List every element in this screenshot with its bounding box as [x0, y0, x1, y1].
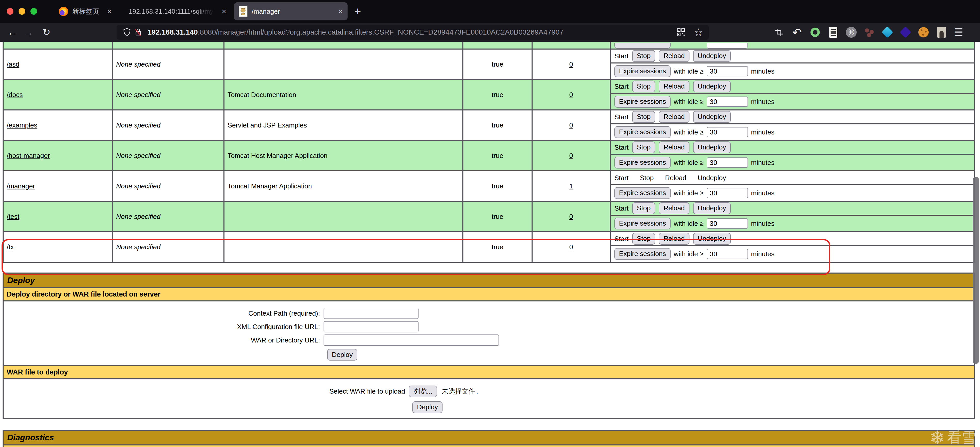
undeploy-button[interactable]: Undeploy [693, 50, 731, 62]
sessions-count-link[interactable]: 0 [569, 152, 573, 159]
app-path-link[interactable]: /examples [7, 121, 37, 129]
back-button[interactable]: ← [7, 27, 18, 38]
with-idle-label: with idle ≥ [674, 98, 703, 106]
stop-button[interactable]: Stop [632, 202, 655, 214]
app-path-link[interactable]: /tx [7, 243, 14, 251]
app-path-link[interactable]: /test [7, 213, 19, 220]
idle-minutes-input[interactable] [707, 157, 748, 168]
screenshot-icon[interactable] [773, 27, 785, 38]
close-tab-icon[interactable]: × [107, 7, 112, 16]
lock-slash-icon[interactable] [133, 27, 144, 38]
poster-card-icon[interactable] [827, 27, 839, 38]
sessions-count-link[interactable]: 0 [569, 60, 573, 68]
deploy-button[interactable]: Deploy [327, 349, 357, 361]
close-window-button[interactable] [7, 8, 13, 15]
qr-code-icon[interactable] [675, 27, 687, 38]
upload-deploy-button[interactable]: Deploy [412, 401, 442, 413]
war-url-input[interactable] [324, 334, 499, 346]
war-url-label: WAR or Directory URL: [3, 336, 324, 344]
green-ring-icon[interactable] [810, 27, 821, 38]
app-path-link[interactable]: /asd [7, 60, 19, 68]
vertical-scrollbar[interactable] [973, 177, 979, 364]
idle-minutes-input[interactable] [707, 66, 748, 76]
sessions-count-link[interactable]: 0 [569, 213, 573, 220]
undeploy-button[interactable]: Undeploy [693, 233, 731, 244]
command-circle-icon[interactable]: ⌘ [846, 27, 857, 38]
close-tab-icon[interactable]: × [222, 7, 227, 16]
stop-button[interactable]: Stop [632, 142, 655, 153]
reload-button[interactable]: Reload [659, 111, 689, 122]
reload-button[interactable]: Reload [659, 233, 689, 244]
undeploy-button[interactable]: Undeploy [693, 111, 731, 122]
undeploy-button[interactable]: Undeploy [693, 202, 731, 214]
zoom-window-button[interactable] [30, 8, 37, 15]
menu-icon[interactable]: ☰ [954, 26, 963, 38]
app-path-link[interactable]: /docs [7, 91, 23, 99]
reload-button[interactable]: Reload [659, 81, 689, 92]
url-path: :8080/manager/html/upload?org.apache.cat… [198, 28, 563, 36]
forward-button[interactable]: → [23, 27, 34, 38]
close-tab-icon[interactable]: × [338, 7, 343, 16]
diagnostics-section: Diagnostics [3, 430, 975, 447]
stop-button[interactable]: Stop [632, 111, 655, 122]
cutoff-idle-input[interactable] [707, 43, 748, 49]
reload-button[interactable]: Reload [659, 142, 689, 153]
expire-sessions-button[interactable]: Expire sessions [614, 65, 671, 77]
idle-minutes-input[interactable] [707, 97, 748, 107]
address-bar[interactable]: 192.168.31.140:8080/manager/html/upload?… [117, 25, 709, 40]
extension-toolbar: ↶ ⌘ [773, 27, 947, 38]
sessions-count-link[interactable]: 0 [569, 91, 573, 99]
new-tab-button[interactable]: + [354, 5, 361, 18]
shield-icon[interactable] [121, 27, 133, 38]
running-cell: true [463, 140, 532, 171]
context-path-input[interactable] [324, 308, 418, 319]
idle-minutes-input[interactable] [707, 188, 748, 198]
tab-sqli-mybatis[interactable]: 192.168.31.140:1111/sqli/mybatis/vul × [120, 2, 231, 21]
stop-button[interactable]: Stop [632, 233, 655, 244]
xml-config-input[interactable] [324, 321, 418, 332]
undo-arrow-icon[interactable]: ↶ [791, 27, 803, 38]
idle-minutes-input[interactable] [707, 218, 748, 229]
stop-button[interactable]: Stop [632, 50, 655, 62]
red-dots-icon[interactable] [864, 27, 875, 38]
expire-sessions-button[interactable]: Expire sessions [614, 218, 671, 229]
cyan-diamond-icon[interactable] [882, 27, 893, 38]
undeploy-button[interactable]: Undeploy [693, 81, 731, 92]
expire-sessions-button[interactable]: Expire sessions [614, 126, 671, 138]
war-upload-subtitle: WAR file to deploy [3, 366, 974, 379]
minimize-window-button[interactable] [19, 8, 25, 15]
idle-minutes-input[interactable] [707, 127, 748, 137]
firefox-icon [59, 7, 68, 16]
idle-minutes-input[interactable] [707, 249, 748, 259]
expire-sessions-button[interactable]: Expire sessions [614, 248, 671, 259]
undeploy-button[interactable]: Undeploy [693, 142, 731, 153]
sessions-cell: 0 [532, 140, 610, 171]
app-path-link[interactable]: /host-manager [7, 152, 50, 159]
app-row: /host-managerNone specifiedTomcat Host M… [3, 140, 975, 171]
browse-file-button[interactable]: 浏览... [409, 386, 437, 397]
sessions-count-link[interactable]: 0 [569, 121, 573, 129]
cookie-icon[interactable] [918, 27, 929, 38]
version-cell: None specified [113, 49, 224, 80]
reload-button[interactable]: Reload [659, 50, 689, 62]
indigo-diamond-icon[interactable] [900, 27, 911, 38]
expire-sessions-button[interactable]: Expire sessions [614, 187, 671, 199]
reload-button[interactable]: Reload [659, 202, 689, 214]
person-card-icon[interactable] [936, 27, 947, 38]
sessions-count-link[interactable]: 0 [569, 243, 573, 251]
deploy-section: Deploy Deploy directory or WAR file loca… [3, 272, 975, 419]
undeploy-command-text: Undeploy [698, 174, 726, 182]
expire-sessions-button[interactable]: Expire sessions [614, 96, 671, 107]
bookmark-star-icon[interactable]: ☆ [693, 27, 704, 38]
with-idle-label: with idle ≥ [674, 128, 703, 136]
expire-sessions-button[interactable]: Expire sessions [614, 157, 671, 168]
stop-button[interactable]: Stop [632, 81, 655, 92]
cutoff-expire-sessions-button[interactable] [614, 43, 671, 49]
sessions-count-link[interactable]: 1 [569, 182, 573, 190]
reload-button[interactable]: ↻ [41, 27, 52, 38]
tab-manager-active[interactable]: /manager × [234, 2, 348, 21]
stop-command-text: Stop [640, 174, 654, 182]
tab-new-tab-page[interactable]: 新标签页 × [54, 2, 116, 21]
app-path-link[interactable]: /manager [7, 182, 35, 190]
version-cell: None specified [113, 232, 224, 262]
